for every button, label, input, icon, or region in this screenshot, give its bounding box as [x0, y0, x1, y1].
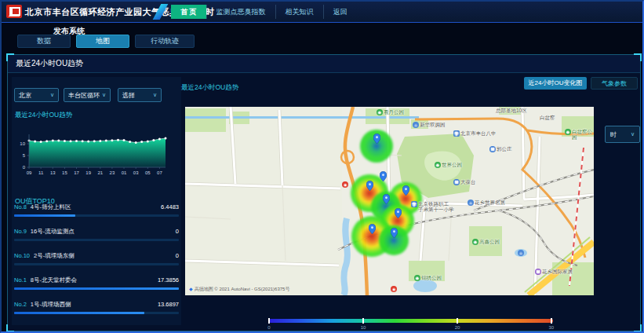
map-marker-pin[interactable]: [380, 170, 387, 181]
map-section-label: 最近24小时OU趋势: [181, 83, 238, 93]
chevron-down-icon: ∨: [102, 92, 106, 98]
app-header: 北京市丰台区循环经济产业园大气恶臭状况实时 首 页监测点恶臭指数相关知识返回: [2, 2, 642, 23]
amap-logo-icon: ◆: [189, 287, 193, 291]
site-name: 1号-填埋场西侧: [31, 301, 71, 309]
map-poi-label: ⌂花乡世界名居: [468, 199, 505, 206]
map-poi-text: 北京市丰台八中: [460, 130, 497, 136]
scale-tick-label: 20: [455, 325, 460, 330]
map-poi-text: 郭公庄: [497, 146, 512, 152]
scale-tick-label: 0: [267, 325, 270, 330]
nav-item-1[interactable]: 首 页: [171, 5, 206, 19]
rank-label: No.1: [14, 276, 27, 284]
map-container[interactable]: ♣看丹公园⌂新华双拥园总部基地10区学北京市丰台八中M郭公庄♣世界公园M大葆台白…: [185, 107, 594, 295]
map-poi-label: 学北京市丰台八中: [453, 130, 497, 137]
site-name: 8号-北天堂村委会: [31, 276, 77, 284]
site-select[interactable]: 选择∨: [118, 88, 162, 102]
chevron-down-icon: ∨: [50, 92, 54, 98]
map-marker-pin[interactable]: [402, 185, 409, 195]
publish-tab-2[interactable]: 地图: [76, 35, 129, 48]
map-marker-pin[interactable]: [395, 207, 402, 218]
left-panel: 北京∨ 丰台区循环经济产∨ 选择∨ 最近24小时OU趋势 05100911131…: [12, 77, 181, 325]
ou-value: 0: [176, 252, 179, 259]
rank-label: No.8: [14, 203, 27, 210]
top10-row[interactable]: No.18号-北天堂村委会17.3856: [14, 276, 179, 298]
map-poi-text: 锦绣公园: [421, 275, 442, 280]
map-poi-label: 白盆窑: [540, 115, 555, 120]
panel-title: 最近24小时OU趋势: [8, 55, 640, 73]
svg-text:05: 05: [145, 170, 151, 175]
map-poi-text: 新华双拥园: [420, 122, 446, 127]
svg-text:17: 17: [74, 170, 79, 175]
map-poi-label: 学北京铁路职工 子弟第十一小学: [411, 201, 454, 212]
map-poi-text: 世界公园: [442, 162, 462, 167]
map-marker-pin[interactable]: [366, 180, 373, 190]
top10-row[interactable]: No.84号-筛分上料区6.4483: [14, 203, 179, 225]
publish-tab-1[interactable]: 数据: [17, 35, 71, 48]
ou-value: 13.6897: [158, 301, 179, 308]
map-poi-label: ♣锦绣公园: [414, 275, 442, 281]
site-name: 2号-填埋场东侧: [34, 252, 75, 260]
park-icon: ♣: [472, 239, 478, 245]
scale-tick-label: 10: [361, 325, 366, 330]
progress-track: [14, 312, 179, 314]
svg-text:19: 19: [86, 170, 91, 175]
map-poi-label: ♣世界公园: [435, 162, 462, 168]
svg-text:03: 03: [133, 170, 139, 175]
map-poi-text: 高鑫公园: [479, 239, 500, 244]
panel-corner: [6, 324, 14, 332]
time-unit-value: 时: [610, 130, 617, 139]
ou-change-map-button[interactable]: 近24小时OU变化图: [524, 77, 587, 90]
map-marker-pin[interactable]: [383, 193, 390, 203]
school-icon: 学: [453, 130, 460, 137]
map-poi-label: ♣高鑫公园: [472, 239, 500, 245]
map-poi-label: 总部基地10区: [496, 108, 527, 113]
svg-text:01: 01: [122, 170, 127, 175]
map-poi-label: M郭公庄: [489, 146, 512, 152]
park-icon: ♣: [565, 129, 571, 135]
nav-item-2[interactable]: 监测点恶臭指数: [206, 5, 275, 19]
park-select[interactable]: 丰台区循环经济产∨: [64, 88, 111, 102]
home-icon: ⌂: [468, 199, 474, 206]
map-marker-pin[interactable]: [369, 223, 376, 233]
svg-text:23: 23: [110, 170, 115, 175]
park-select-value: 丰台区循环经济产: [68, 91, 100, 100]
time-unit-select[interactable]: 时∨: [605, 126, 640, 143]
publish-tabs: 数据地图行动轨迹: [17, 35, 195, 48]
top10-row[interactable]: No.102号-填埋场东侧0: [14, 252, 179, 274]
svg-text:0: 0: [23, 165, 26, 170]
weather-params-button[interactable]: 气象参数: [591, 77, 638, 90]
nav-item-3[interactable]: 相关知识: [275, 5, 323, 19]
map-marker-pin[interactable]: [391, 227, 398, 237]
scale-tick-mark: [268, 318, 270, 324]
scale-tick-mark: [551, 318, 552, 324]
ou-value: 0: [176, 228, 179, 235]
poi-red-icon: ●: [391, 286, 397, 292]
scale-tick-label: 30: [548, 325, 554, 330]
top10-row[interactable]: No.916号-流动监测点0: [14, 228, 179, 250]
app-logo-icon: [6, 5, 22, 18]
map-attribution: ◆高德地图 © 2021 AutoNavi - GS(2021)6375号: [189, 286, 289, 293]
main-nav: 首 页监测点恶臭指数相关知识返回: [171, 2, 357, 22]
main-panel: 最近24小时OU趋势 北京∨ 丰台区循环经济产∨ 选择∨ 最近24小时OU趋势 …: [7, 54, 641, 331]
svg-text:11: 11: [38, 170, 44, 175]
metro2-icon: M: [535, 269, 541, 275]
rank-label: No.2: [14, 301, 27, 308]
map-poi-label: ♣看丹公园: [377, 109, 404, 115]
site-name: 16号-流动监测点: [31, 228, 75, 236]
nav-item-4[interactable]: 返回: [323, 5, 357, 19]
home-icon: ⌂: [518, 250, 524, 256]
map-attribution-text: 高德地图 © 2021 AutoNavi - GS(2021)6375号: [195, 287, 290, 291]
svg-text:5: 5: [23, 153, 26, 158]
map-poi-text: 看丹公园: [384, 109, 404, 115]
map-poi-label: ⌂新华双拥园: [413, 122, 446, 128]
progress-track: [14, 287, 179, 290]
map-poi-text: 大葆台: [460, 179, 476, 185]
map-marker-pin[interactable]: [373, 133, 380, 143]
progress-track: [14, 239, 179, 241]
top10-row[interactable]: No.21号-填埋场西侧13.6897: [14, 301, 179, 323]
app-window: 北京市丰台区循环经济产业园大气恶臭状况实时 首 页监测点恶臭指数相关知识返回 发…: [0, 0, 644, 333]
progress-fill: [14, 312, 144, 314]
progress-track: [14, 214, 179, 217]
city-select[interactable]: 北京∨: [14, 88, 59, 102]
publish-tab-3[interactable]: 行动轨迹: [135, 35, 195, 48]
